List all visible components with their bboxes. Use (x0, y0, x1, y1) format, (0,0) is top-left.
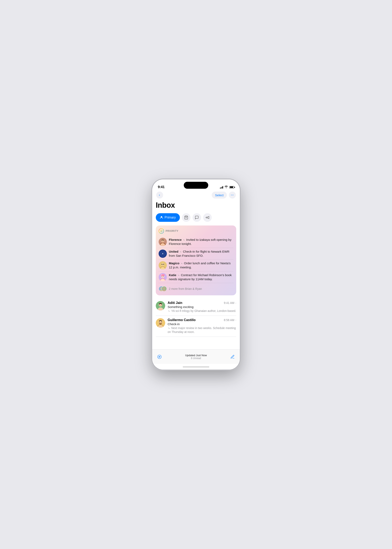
person-icon (160, 216, 163, 219)
bottom-status: Updated Just Now 6 Unread (163, 354, 229, 360)
message-icon (195, 216, 199, 219)
email-time-row-guillermo: 8:58 AM › (224, 318, 236, 322)
nav-bar: ‹ Select ··· (152, 191, 240, 201)
priority-sender-florence: Florence (169, 238, 182, 241)
svg-point-41 (159, 304, 160, 305)
megaphone-icon (205, 216, 210, 219)
priority-item-katie[interactable]: Katie ⤷ Contract for Michael Robinson's … (159, 271, 233, 283)
email-time-row-aditi: 9:41 AM › (224, 301, 236, 304)
priority-item-text-magico: Magico ⤷ Order lunch and coffee for Neet… (169, 261, 233, 270)
priority-item-text-united: United ⤷ Check-in for flight to Newark E… (169, 250, 233, 258)
status-bar: 9:41 (152, 179, 240, 191)
bottom-bar: Updated Just Now 6 Unread (152, 349, 240, 364)
priority-item-florence[interactable]: Florence ⤷ Invited to izakaya soft openi… (159, 236, 233, 248)
status-icons (220, 186, 234, 189)
svg-point-14 (161, 263, 164, 266)
email-subject-guillermo: Check-in (168, 322, 236, 326)
home-indicator (152, 364, 240, 370)
wifi-icon (224, 186, 228, 189)
svg-point-30 (161, 274, 162, 275)
email-item-guillermo[interactable]: Guillermo Castillo 8:58 AM › Check-in ⤷ … (156, 316, 236, 337)
more-avatars (159, 285, 167, 293)
bottom-status-sub: 6 Unread (163, 357, 229, 360)
compose-button[interactable] (229, 353, 236, 360)
select-button[interactable]: Select (212, 192, 227, 198)
status-time: 9:41 (158, 185, 165, 189)
page-title: Inbox (156, 201, 236, 210)
avatar-florence (159, 238, 167, 246)
avatar-united (159, 250, 167, 258)
compose-icon (230, 355, 235, 359)
content-area: Inbox Primary (152, 201, 240, 349)
avatar-guillermo (156, 318, 165, 328)
dynamic-island (184, 182, 208, 189)
email-time-aditi: 9:41 AM (224, 301, 234, 304)
svg-point-7 (163, 241, 164, 241)
priority-item-text-katie: Katie ⤷ Contract for Michael Robinson's … (169, 273, 233, 282)
avatar-aditi (156, 301, 165, 310)
reply-icon-florence: ⤷ (183, 239, 185, 241)
svg-point-12 (162, 253, 163, 254)
cart-icon (184, 216, 188, 219)
tab-messages[interactable] (193, 213, 201, 222)
email-content-aditi: Aditi Jain 9:41 AM › Something exciting … (168, 301, 236, 313)
email-time-guillermo: 8:58 AM (224, 318, 234, 322)
priority-item-united[interactable]: United ⤷ Check-in for flight to Newark E… (159, 248, 233, 260)
svg-point-17 (162, 264, 162, 265)
priority-label: PRIORITY (166, 230, 178, 232)
phone-screen: 9:41 (152, 179, 240, 370)
battery-icon (229, 186, 234, 189)
priority-more-row[interactable]: 2 more from Brian & Ryan (159, 283, 233, 293)
tab-shopping[interactable] (182, 213, 190, 222)
priority-more-text: 2 more from Brian & Ryan (169, 287, 202, 290)
chevron-right-icon-aditi: › (235, 302, 236, 304)
signal-icon (220, 186, 223, 189)
filter-button[interactable] (156, 353, 163, 360)
phone-frame: 9:41 (152, 179, 240, 370)
email-subject-aditi: Something exciting (168, 305, 236, 309)
priority-section: PRIORITY (156, 225, 236, 295)
priority-header: PRIORITY (159, 228, 233, 234)
svg-point-42 (161, 304, 162, 305)
chevron-right-icon-guillermo: › (235, 318, 236, 322)
more-dots-icon: ··· (231, 193, 234, 197)
priority-sender-magico: Magico (169, 261, 179, 265)
nav-actions: Select ··· (212, 192, 236, 198)
svg-point-18 (163, 264, 164, 265)
avatar-magico (159, 261, 167, 269)
more-button[interactable]: ··· (229, 192, 236, 198)
priority-sender-katie: Katie (169, 273, 176, 277)
email-preview-aditi: ⤷ YA sci-fi trilogy by Ghanaian author, … (168, 309, 236, 313)
email-header-guillermo: Guillermo Castillo 8:58 AM › (168, 318, 236, 322)
email-sender-guillermo: Guillermo Castillo (168, 318, 196, 322)
bottom-status-title: Updated Just Now (163, 354, 229, 357)
email-header-aditi: Aditi Jain 9:41 AM › (168, 301, 236, 305)
priority-icon (159, 228, 164, 234)
svg-point-48 (161, 321, 162, 322)
back-arrow-icon: ‹ (159, 193, 160, 197)
tab-primary-label: Primary (165, 216, 176, 219)
home-bar (183, 366, 209, 367)
tab-primary[interactable]: Primary (156, 213, 180, 222)
filter-icon (157, 355, 162, 359)
priority-item-text-florence: Florence ⤷ Invited to izakaya soft openi… (169, 238, 233, 246)
back-button[interactable]: ‹ (156, 192, 163, 198)
more-avatar-ryan (161, 286, 167, 291)
email-item-aditi[interactable]: Aditi Jain 9:41 AM › Something exciting … (156, 299, 236, 316)
svg-point-6 (162, 241, 162, 241)
avatar-katie (159, 273, 167, 281)
priority-item-magico[interactable]: Magico ⤷ Order lunch and coffee for Neet… (159, 260, 233, 271)
svg-point-1 (159, 229, 164, 233)
email-preview-guillermo: ⤷ Next major review in two weeks. Schedu… (168, 326, 236, 334)
svg-point-35 (163, 287, 165, 289)
priority-sender-united: United (169, 250, 178, 253)
category-tabs: Primary (156, 213, 236, 222)
email-content-guillermo: Guillermo Castillo 8:58 AM › Check-in ⤷ … (168, 318, 236, 334)
tab-promotions[interactable] (203, 213, 212, 222)
email-sender-aditi: Aditi Jain (168, 301, 182, 305)
svg-point-47 (159, 321, 160, 322)
